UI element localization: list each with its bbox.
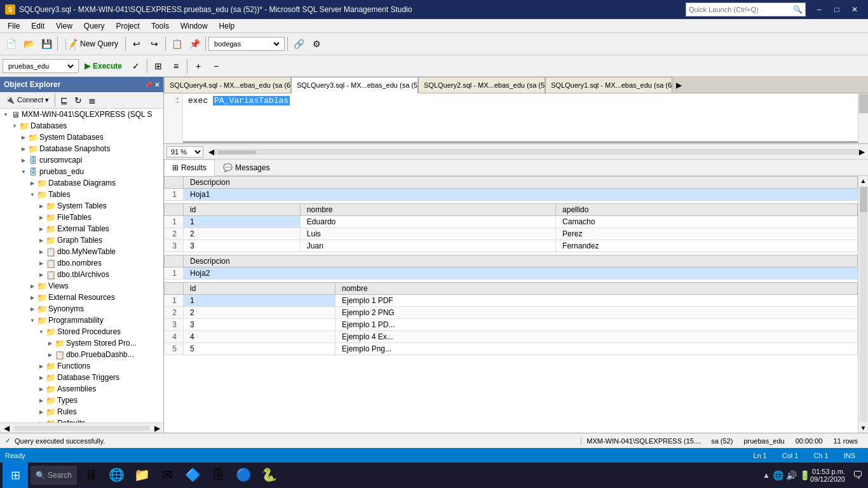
results-scroll-area[interactable]: Descripcion 1 Hoja1 — [164, 176, 858, 433]
paste-button[interactable]: 📌 — [186, 36, 203, 52]
database-select[interactable]: bodegas pruebas_edu master — [212, 39, 281, 48]
tree-item-server[interactable]: ▼ 🖥 MXM-WIN-041\SQLEXPRESS (SQL S — [0, 109, 163, 120]
oe-hscrollbar[interactable]: ◀ ▶ — [0, 424, 163, 433]
scroll-right-btn[interactable]: ▶ — [151, 424, 163, 433]
copy-button[interactable]: 📋 — [168, 36, 185, 52]
tree-item-external-tables[interactable]: ▶ 📁 External Tables — [0, 223, 163, 234]
start-button[interactable]: ⊞ — [3, 463, 28, 488]
quick-launch-search[interactable]: 🔍 — [686, 3, 806, 17]
menu-project[interactable]: Project — [111, 20, 145, 32]
taskbar-search[interactable]: 🔍 Search — [31, 466, 77, 485]
tree-item-rules[interactable]: ▶ 📁 Rules — [0, 406, 163, 417]
connection-select[interactable]: pruebas_edu — [6, 62, 76, 71]
taskbar-app-explorer[interactable]: 📁 — [129, 463, 154, 488]
results-text-button[interactable]: ≡ — [168, 58, 184, 74]
results-grid-button[interactable]: ⊞ — [150, 58, 166, 74]
tab-sqlquery3[interactable]: SQLQuery3.sql - MX...ebas_edu (sa (52))*… — [291, 77, 418, 93]
scroll-left-btn[interactable]: ◀ — [0, 424, 13, 433]
scroll-up-btn[interactable]: ▲ — [859, 176, 868, 186]
tree-item-graph-tables[interactable]: ▶ 📁 Graph Tables — [0, 234, 163, 246]
menu-view[interactable]: View — [51, 20, 78, 32]
connect-button[interactable]: 🔗 — [290, 36, 307, 52]
maximize-button[interactable]: □ — [829, 3, 845, 16]
tree-item-types[interactable]: ▶ 📁 Types — [0, 395, 163, 406]
results-vscrollbar[interactable]: ▲ ▼ — [858, 176, 868, 433]
systray-up-icon[interactable]: ▲ — [763, 471, 770, 480]
tree-item-databases[interactable]: ▼ 📁 Databases — [0, 120, 163, 132]
menu-help[interactable]: Help — [214, 20, 240, 32]
zoom-out-button[interactable]: − — [208, 58, 224, 74]
menu-edit[interactable]: Edit — [26, 20, 50, 32]
oe-pin-icon[interactable]: 📌 — [144, 81, 152, 88]
oe-close-icon[interactable]: ✕ — [154, 81, 159, 88]
save-button[interactable]: 💾 — [38, 36, 55, 52]
execute-button[interactable]: ▶ Execute — [80, 58, 126, 74]
oe-summary-button[interactable]: ≣ — [86, 94, 98, 107]
battery-icon[interactable]: 🔋 — [799, 470, 810, 480]
hoja2-cell[interactable]: Hoja2 — [184, 268, 858, 280]
id-cell[interactable]: 1 — [184, 216, 301, 228]
database-dropdown[interactable]: bodegas pruebas_edu master — [208, 37, 285, 51]
minimize-button[interactable]: – — [811, 3, 827, 16]
tree-item-synonyms[interactable]: ▶ 📁 Synonyms — [0, 303, 163, 315]
tree-item-prueba-dashb[interactable]: ▶ 📋 dbo.PruebaDashb... — [0, 349, 163, 360]
hoja1-cell[interactable]: Hoja1 — [184, 189, 858, 201]
tree-item-pruebas-edu[interactable]: ▼ 🗄 pruebas_edu — [0, 166, 163, 177]
tree-item-file-tables[interactable]: ▶ 📁 FileTables — [0, 212, 163, 223]
speaker-icon[interactable]: 🔊 — [786, 470, 797, 480]
zoom-select[interactable]: 50 % 75 % 91 % 100 % 125 % 150 % — [166, 146, 203, 158]
tree-item-system-stored-proc[interactable]: ▶ 📁 System Stored Pro... — [0, 337, 163, 349]
notifications-icon[interactable]: 🗨 — [850, 470, 865, 481]
redo-button[interactable]: ↪ — [146, 36, 163, 52]
connection-dropdown[interactable]: pruebas_edu — [3, 59, 79, 73]
taskbar-app-mail[interactable]: ✉ — [154, 463, 180, 488]
tree-item-system-db[interactable]: ▶ 📁 System Databases — [0, 132, 163, 143]
oe-connect-button[interactable]: 🔌 Connect ▾ — [3, 93, 52, 107]
oe-refresh-button[interactable]: ↻ — [72, 94, 85, 107]
tree-item-external-resources[interactable]: ▶ 📁 External Resources — [0, 292, 163, 303]
tree-item-snapshots[interactable]: ▶ 📁 Database Snapshots — [0, 143, 163, 154]
scroll-down-btn[interactable]: ▼ — [859, 423, 868, 433]
taskbar-app-teams[interactable]: 🔷 — [180, 463, 205, 488]
tree-item-tables[interactable]: ▼ 📁 Tables — [0, 189, 163, 200]
editor-hscrollbar[interactable]: ◀ ▶ — [208, 147, 865, 156]
tab-sqlquery1[interactable]: SQLQuery1.sql - MX...ebas_edu (sa (64)) — [545, 77, 672, 93]
query-editor[interactable]: exec PA_VariasTablas — [183, 93, 858, 143]
oe-scrollbar[interactable]: ◀ ▶ — [0, 423, 163, 433]
tree-item-tbl-archivos[interactable]: ▶ 📋 dbo.tblArchivos — [0, 269, 163, 280]
hscroll-left[interactable]: ◀ — [208, 147, 215, 156]
results-tab-results[interactable]: ⊞ Results — [164, 159, 215, 176]
tabs-scroll-right[interactable]: ▶ — [672, 77, 685, 93]
tree-item-functions[interactable]: ▶ 📁 Functions — [0, 360, 163, 372]
zoom-in-button[interactable]: + — [190, 58, 207, 74]
taskbar-app-vscode[interactable]: 🔵 — [231, 463, 256, 488]
taskbar-app-ssms[interactable]: 🗄 — [205, 463, 231, 488]
taskbar-app-cortana[interactable]: 🖥 — [78, 463, 104, 488]
tree-item-defaults[interactable]: ▶ 📁 Defaults — [0, 417, 163, 423]
undo-button[interactable]: ↩ — [128, 36, 145, 52]
open-button[interactable]: 📂 — [20, 36, 37, 52]
quick-launch-input[interactable] — [689, 6, 790, 13]
tab-sqlquery2[interactable]: SQLQuery2.sql - MX...ebas_edu (sa (53))*… — [418, 77, 545, 93]
editor-vscrollbar[interactable] — [858, 93, 868, 143]
id-cell-s2[interactable]: 1 — [184, 295, 336, 307]
tree-item-views[interactable]: ▶ 📁 Views — [0, 280, 163, 292]
hscroll-right[interactable]: ▶ — [859, 147, 865, 156]
tree-item-mynew-table[interactable]: ▶ 📋 dbo.MyNewTable — [0, 246, 163, 257]
taskbar-app-edge[interactable]: 🌐 — [104, 463, 129, 488]
menu-file[interactable]: File — [3, 20, 25, 32]
tree-item-db-diagrams[interactable]: ▶ 📁 Database Diagrams — [0, 177, 163, 189]
taskbar-clock[interactable]: 01:53 p.m. 09/12/2020 — [810, 468, 850, 483]
menu-query[interactable]: Query — [79, 20, 110, 32]
results-tab-messages[interactable]: 💬 Messages — [215, 159, 278, 175]
tree-item-db-triggers[interactable]: ▶ 📁 Database Triggers — [0, 372, 163, 383]
new-file-button[interactable]: 📄 — [3, 36, 19, 52]
properties-button[interactable]: ⚙ — [308, 36, 325, 52]
close-button[interactable]: ✕ — [846, 3, 863, 16]
parse-button[interactable]: ✓ — [128, 58, 144, 74]
oe-filter-button[interactable]: ⊑ — [58, 94, 71, 107]
tree-item-assemblies[interactable]: ▶ 📁 Assemblies — [0, 383, 163, 395]
new-query-button[interactable]: 📝 New Query — [60, 36, 123, 52]
tree-item-cursomvcapi[interactable]: ▶ 🗄 cursomvcapi — [0, 154, 163, 166]
menu-tools[interactable]: Tools — [146, 20, 174, 32]
